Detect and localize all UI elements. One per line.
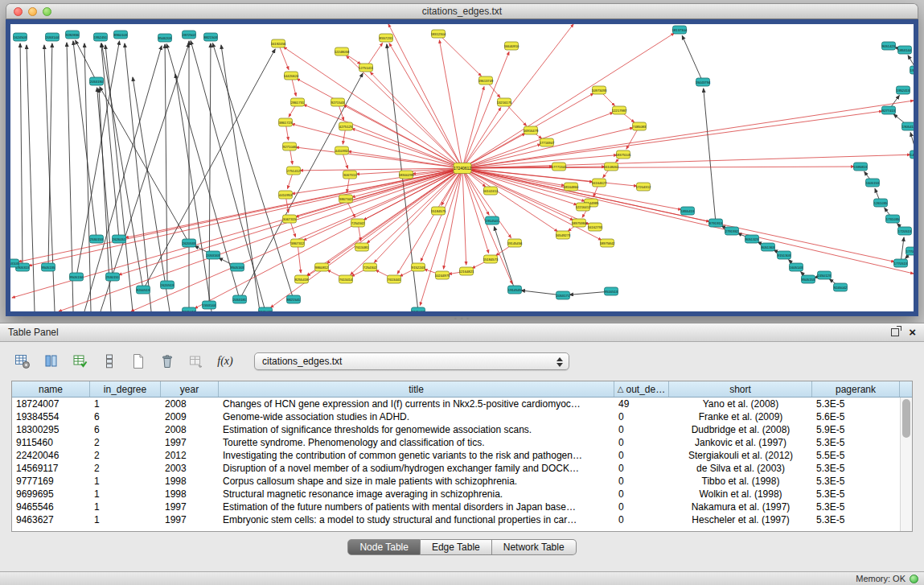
cell-short: Stergiakouli et al. (2012) [669,450,812,461]
graph-edge[interactable] [367,168,462,243]
rows-icon[interactable] [98,350,121,373]
graph-edge[interactable] [462,128,633,168]
table-row[interactable]: 1830029562008Estimation of significance … [12,423,912,436]
tab-node-table[interactable]: Node Table [347,539,421,555]
columns-icon[interactable] [40,350,63,373]
table-row[interactable]: 977716911998Corpus callosum shape and si… [12,475,912,488]
graph-edge[interactable] [462,113,613,168]
graph-edge[interactable] [462,33,674,168]
table-settings-icon[interactable] [11,350,34,373]
new-document-icon[interactable] [127,350,150,373]
graph-edge[interactable] [462,168,573,220]
graph-edge[interactable] [298,243,301,273]
window-controls [14,7,51,16]
cell-short: Hescheler et al. (1997) [669,514,812,525]
column-header-name[interactable]: name [12,381,90,397]
cell-in_degree: 2 [90,450,161,461]
graph-edge[interactable] [101,43,119,239]
table-row[interactable]: 911546021997Tourette syndrome. Phenomeno… [12,436,912,449]
table-row[interactable]: 1872400712008Changes of HCN gene express… [12,398,912,410]
cell-pagerank: 5.3E-5 [812,514,900,525]
graph-node-label: 7613481 [355,245,369,249]
graph-edge[interactable] [296,147,462,168]
graph-edge[interactable] [462,168,512,284]
graph-edge[interactable] [20,43,23,267]
column-header-in_degree[interactable]: in_degree [90,381,161,397]
graph-edge[interactable] [175,74,211,311]
tab-edge-table[interactable]: Edge Table [421,539,492,555]
graph-edge[interactable] [371,72,462,168]
graph-edge[interactable] [292,124,462,168]
table-panel-header: Table Panel × [0,323,924,342]
graph-edge[interactable] [682,35,703,82]
table-row[interactable]: 946554611997Estimation of the future num… [12,501,912,513]
graph-edge[interactable] [133,77,170,311]
graph-edge[interactable] [462,111,882,168]
graph-edge[interactable] [462,168,914,274]
function-icon[interactable]: f(x) [214,350,236,373]
graph-edge[interactable] [462,87,484,168]
close-window-button[interactable] [14,7,23,16]
graph-edge[interactable] [462,155,617,168]
tab-network-table[interactable]: Network Table [492,539,577,555]
graph-node-label: 16108462 [604,165,619,169]
graph-node-label: 8821541 [287,298,301,302]
graph-edge[interactable] [462,154,910,168]
cell-in_degree: 1 [90,514,161,525]
graph-edge[interactable] [343,105,462,168]
table-row[interactable]: 946362711997Embryonic stem cells: a mode… [12,513,912,526]
table-vertical-scrollbar[interactable] [900,398,912,531]
table-row[interactable]: 1938455462009Genome-wide association stu… [12,410,912,423]
graph-edge[interactable] [348,151,462,168]
delete-icon[interactable] [156,350,179,373]
graph-edge[interactable] [303,168,462,241]
table-row[interactable]: 1456911722003Disruption of a novel membe… [12,462,912,475]
graph-node-label: 14420624 [284,74,299,78]
graph-edge[interactable] [462,168,894,262]
cell-title: Corpus callosum shape and size in male p… [219,476,614,487]
graph-node-label: 3861723 [279,121,293,125]
graph-edge[interactable] [462,168,489,253]
graph-edge[interactable] [462,168,589,225]
graph-edge[interactable] [76,40,97,81]
graph-edge[interactable] [374,168,462,262]
graph-edge[interactable] [84,46,162,311]
graph-edge[interactable] [352,129,462,168]
graph-edge[interactable] [462,108,501,168]
graph-edge[interactable] [462,51,509,168]
column-header-year[interactable]: year [161,381,219,397]
network-window-titlebar[interactable]: citations_edges.txt [6,3,918,19]
column-header-short[interactable]: short [669,381,812,397]
float-panel-icon[interactable] [891,328,899,336]
graph-edge[interactable] [388,24,462,168]
minimize-window-button[interactable] [28,7,37,16]
network-file-select[interactable]: citations_edges.txt [254,352,569,370]
column-header-out_degree[interactable]: △out_de… [614,381,669,397]
table-row[interactable]: 2242004622012Investigating the contribut… [12,449,912,462]
graph-edge[interactable] [704,89,716,223]
graph-edge[interactable] [67,43,73,311]
graph-edge[interactable] [195,168,462,308]
graph-edge[interactable] [166,44,240,299]
graph-node-label: 10244975 [435,274,450,278]
graph-edge[interactable] [100,87,189,243]
table-row[interactable]: 969969511998Structural magnetic resonanc… [12,488,912,501]
column-header-title[interactable]: title [219,381,614,397]
graph-node-label: 16192456 [271,42,286,46]
graph-edge[interactable] [101,43,189,311]
graph-edge[interactable] [462,168,466,265]
graph-node-label: 18975842 [600,241,615,245]
scrollbar-thumb[interactable] [902,399,910,438]
panel-resize-grip[interactable]: • • • [0,316,924,323]
import-table-icon[interactable] [185,350,207,373]
graph-edge[interactable] [462,168,557,232]
graph-node-label: 9051323 [745,237,759,241]
graph-edge[interactable] [292,168,462,194]
apply-table-icon[interactable] [69,350,92,373]
close-panel-icon[interactable]: × [909,328,916,336]
zoom-window-button[interactable] [43,7,51,16]
graph-node-label: 8255418 [295,278,309,282]
network-canvas[interactable]: 1724061218312304166409101961374913216175… [10,24,914,311]
graph-edge[interactable] [209,43,211,305]
column-header-pagerank[interactable]: pagerank [812,381,900,397]
